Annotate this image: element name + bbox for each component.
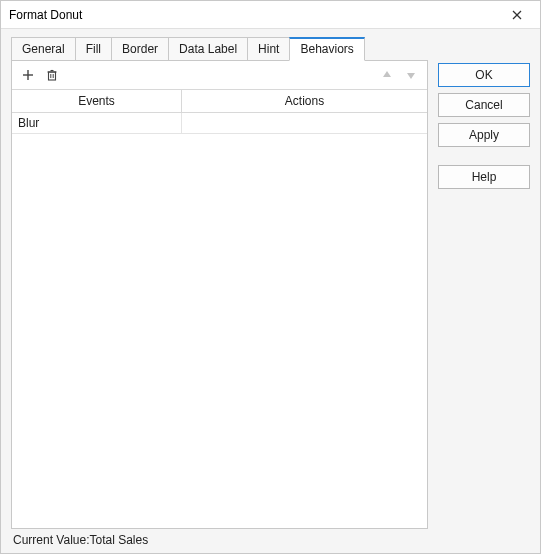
apply-button[interactable]: Apply [438,123,530,147]
dialog-body: General Fill Border Data Label Hint Beha… [1,29,540,553]
dialog-window: Format Donut General Fill Border Data La… [0,0,541,554]
add-button[interactable] [18,65,38,85]
title-bar: Format Donut [1,1,540,29]
help-button[interactable]: Help [438,165,530,189]
ok-button[interactable]: OK [438,63,530,87]
svg-line-0 [513,11,521,19]
arrow-down-icon [405,69,417,81]
tab-behaviors[interactable]: Behaviors [289,37,364,61]
window-title: Format Donut [9,8,502,22]
behaviors-grid: Events Actions Blur [12,89,427,528]
main-panel: General Fill Border Data Label Hint Beha… [11,37,428,549]
svg-rect-4 [49,72,56,80]
tab-hint[interactable]: Hint [247,37,290,61]
current-value-text: Total Sales [89,533,148,547]
arrow-up-icon [381,69,393,81]
move-up-button[interactable] [377,65,397,85]
cell-event[interactable]: Blur [12,113,182,133]
grid-body[interactable]: Blur [12,113,427,528]
cancel-button[interactable]: Cancel [438,93,530,117]
close-button[interactable] [502,10,532,20]
current-value-label: Current Value: [13,533,89,547]
tab-strip: General Fill Border Data Label Hint Beha… [11,37,428,61]
delete-button[interactable] [42,65,62,85]
close-icon [512,10,522,20]
tab-data-label[interactable]: Data Label [168,37,248,61]
current-value-footer: Current Value:Total Sales [11,529,428,549]
table-row[interactable]: Blur [12,113,427,134]
move-down-button[interactable] [401,65,421,85]
tab-general[interactable]: General [11,37,76,61]
svg-line-1 [513,11,521,19]
tab-fill[interactable]: Fill [75,37,112,61]
col-header-actions[interactable]: Actions [182,90,427,112]
tab-panel-behaviors: Events Actions Blur [11,60,428,529]
col-header-events[interactable]: Events [12,90,182,112]
dialog-buttons: OK Cancel Apply Help [438,37,530,549]
cell-action[interactable] [182,113,427,133]
tab-border[interactable]: Border [111,37,169,61]
plus-icon [21,68,35,82]
grid-header: Events Actions [12,90,427,113]
trash-icon [45,68,59,82]
behaviors-toolbar [12,61,427,89]
